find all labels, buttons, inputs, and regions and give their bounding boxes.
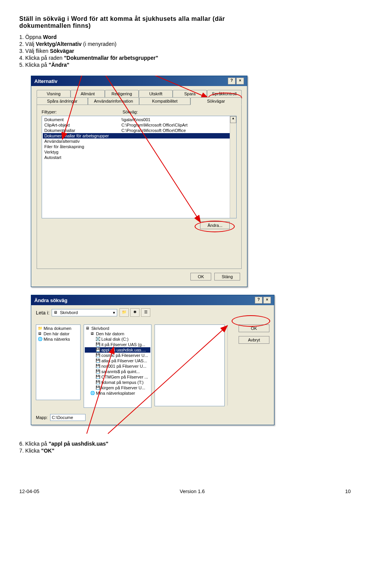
tab-sokvagar[interactable]: Sökvägar xyxy=(190,97,242,105)
list-item[interactable]: Filer för återskapning xyxy=(44,144,121,149)
folder-tree[interactable]: 🖥Skrivbord 🖥Den här datorn 💽Lokal disk (… xyxy=(84,324,151,408)
list-item[interactable]: 💾atlas på Filserver UAS... xyxy=(85,358,150,363)
step1-text: 1. Öppna xyxy=(19,34,43,40)
step7-text: 7. Klicka xyxy=(19,448,41,454)
netdrive-icon: 💾 xyxy=(96,385,100,390)
list-item[interactable]: Dokumentmallar xyxy=(44,128,121,133)
scrollbar[interactable]: ▲ xyxy=(230,116,236,218)
list-item[interactable]: 💾it på Filserver UAS (g... xyxy=(85,342,150,347)
list-item[interactable]: ClipArt-objekt xyxy=(44,123,121,127)
list-item-selected[interactable]: Dokumentmallar för arbetsgrupper xyxy=(44,133,121,138)
netdrive-icon: 💾 xyxy=(96,358,100,363)
list-item[interactable]: 💾cosmic på Fileserver U... xyxy=(85,353,150,358)
list-item-selected[interactable]: 💾appl på uashdisk.uas.... xyxy=(85,347,150,353)
step1-bold: Word xyxy=(43,34,57,40)
step4-bold: "Dokumentmallar för arbetsgrupper" xyxy=(64,55,158,61)
step6-text: 6. Klicka på xyxy=(19,441,49,447)
desktop-icon: 🖥 xyxy=(54,310,58,315)
andra-button[interactable]: Ändra... xyxy=(200,221,230,229)
list-item[interactable]: Autostart xyxy=(44,155,121,160)
netdrive-icon: 💾 xyxy=(96,380,100,385)
footer-version: Version 1.6 xyxy=(180,488,205,494)
scroll-up-icon[interactable]: ▲ xyxy=(230,116,236,123)
tab-allmant[interactable]: Allmänt xyxy=(71,90,104,97)
netdrive-icon: 💾 xyxy=(96,364,100,368)
step5-bold: "Ändra" xyxy=(49,62,69,68)
computer-icon: 🖥 xyxy=(90,331,95,336)
list-item[interactable]: 💽Lokal disk (C:) xyxy=(85,336,150,342)
tab-spara-andringar[interactable]: Spåra ändringar xyxy=(37,97,88,105)
list-item[interactable]: 🖥Den här datorn xyxy=(85,331,150,336)
step2-text: 2. Välj xyxy=(19,41,36,47)
ok-button[interactable]: OK xyxy=(239,324,269,332)
tab-utskrift[interactable]: Utskrift xyxy=(139,90,173,97)
dialog-title: Alternativ xyxy=(34,78,57,84)
folder-icon: 📁 xyxy=(38,326,42,331)
list-path: C:\Program\Microsoft Office\Office xyxy=(121,128,186,133)
step7-bold: "OK" xyxy=(41,448,54,454)
computer-icon: 🖥 xyxy=(38,331,42,336)
page-title-line2: dokumentmallen finns) xyxy=(19,22,91,29)
file-list[interactable] xyxy=(155,324,225,406)
list-item[interactable]: 💾kirgem på Filserver U... xyxy=(85,385,150,390)
list-item[interactable]: 💾sarannts$ på quint... xyxy=(85,369,150,374)
filtyper-label: Filtyper: xyxy=(42,110,123,114)
network-icon: 🌐 xyxy=(90,391,95,395)
tab-kompatibilitet[interactable]: Kompatibilitet xyxy=(139,97,190,105)
step5-text: 5. Klicka på xyxy=(19,62,49,68)
paths-listbox[interactable]: Dokument\\galant\nos001 ClipArt-objektC:… xyxy=(42,116,237,218)
step6-bold: "appl på uashdisk.uas" xyxy=(49,441,108,447)
list-path: \\galant\nos001 xyxy=(121,117,150,122)
list-item[interactable]: Användaralternativ xyxy=(44,139,121,144)
places-bar[interactable]: 📁Mina dokumen 🖥Den här dator 🌐Mina nätve… xyxy=(36,324,81,400)
avbryt-button[interactable]: Avbryt xyxy=(239,336,269,344)
change-path-dialog: Ändra sökväg ? × Leta i: 🖥 Skrivbord ▾ 📁… xyxy=(31,295,274,425)
netdrive-icon: 💾 xyxy=(96,348,100,352)
tab-visning[interactable]: Visning xyxy=(37,90,71,97)
tab-anvandarinfo[interactable]: Användarinformation xyxy=(88,97,139,105)
netdrive-icon: 💾 xyxy=(96,369,100,374)
list-item[interactable]: 🌐Mina nätverksplatser xyxy=(85,390,150,396)
page-title-line1: Ställ in sökväg i Word för att komma åt … xyxy=(19,15,225,22)
ok-button[interactable]: OK xyxy=(190,273,211,280)
close-icon[interactable]: × xyxy=(236,78,244,84)
network-icon: 🌐 xyxy=(38,337,42,341)
footer-date: 12-04-05 xyxy=(19,488,39,494)
mapp-label: Mapp: xyxy=(36,415,48,420)
list-item[interactable]: 📁Mina dokumen xyxy=(37,326,79,331)
new-folder-icon[interactable]: ✱ xyxy=(130,308,140,317)
list-item[interactable]: 💾nos001 på Filserver U... xyxy=(85,363,150,369)
tab-sprakkontroll[interactable]: Språkkontroll xyxy=(207,90,242,97)
list-item[interactable]: 🌐Mina nätverks xyxy=(37,336,79,342)
close-icon[interactable]: × xyxy=(263,297,271,304)
list-item[interactable]: 🖥Skrivbord xyxy=(85,326,150,331)
step3-text: 3. Välj fliken xyxy=(19,48,50,54)
sokvag-label: Sökväg: xyxy=(123,110,138,114)
options-dialog: Alternativ ? × Visning Allmänt Redigerin… xyxy=(31,76,247,287)
desktop-icon: 🖥 xyxy=(86,326,90,331)
step2-bold: Verktyg/Alternativ xyxy=(36,41,82,47)
list-item[interactable]: Dokument xyxy=(44,117,121,122)
mapp-input[interactable]: C:\Docume xyxy=(50,414,86,421)
list-item[interactable]: 💾tidomat på tempus (T:) xyxy=(85,380,150,385)
list-item[interactable]: Verktyg xyxy=(44,150,121,154)
list-item[interactable]: 💾OTMGem på Filserver ... xyxy=(85,374,150,380)
list-view-icon[interactable]: ☰ xyxy=(141,308,150,317)
stang-button[interactable]: Stäng xyxy=(214,273,240,280)
list-item[interactable]: 🖥Den här dator xyxy=(37,331,79,336)
dialog-title: Ändra sökväg xyxy=(34,297,67,303)
disk-icon: 💽 xyxy=(96,337,100,341)
step4-text: 4. Klicka på raden xyxy=(19,55,64,61)
scrollbar[interactable] xyxy=(227,324,234,406)
dropdown-value: Skrivbord xyxy=(60,310,77,315)
tab-redigering[interactable]: Redigering xyxy=(105,90,139,97)
help-icon[interactable]: ? xyxy=(228,78,235,84)
step2-suffix: (i menyraden) xyxy=(82,41,116,47)
footer-page: 10 xyxy=(345,488,351,494)
tab-spara[interactable]: Spara xyxy=(173,90,207,97)
up-folder-icon[interactable]: 📁 xyxy=(119,308,129,317)
netdrive-icon: 💾 xyxy=(96,375,100,379)
leta-dropdown[interactable]: 🖥 Skrivbord ▾ xyxy=(52,309,117,316)
step3-bold: Sökvägar xyxy=(50,48,74,54)
help-icon[interactable]: ? xyxy=(255,297,262,304)
